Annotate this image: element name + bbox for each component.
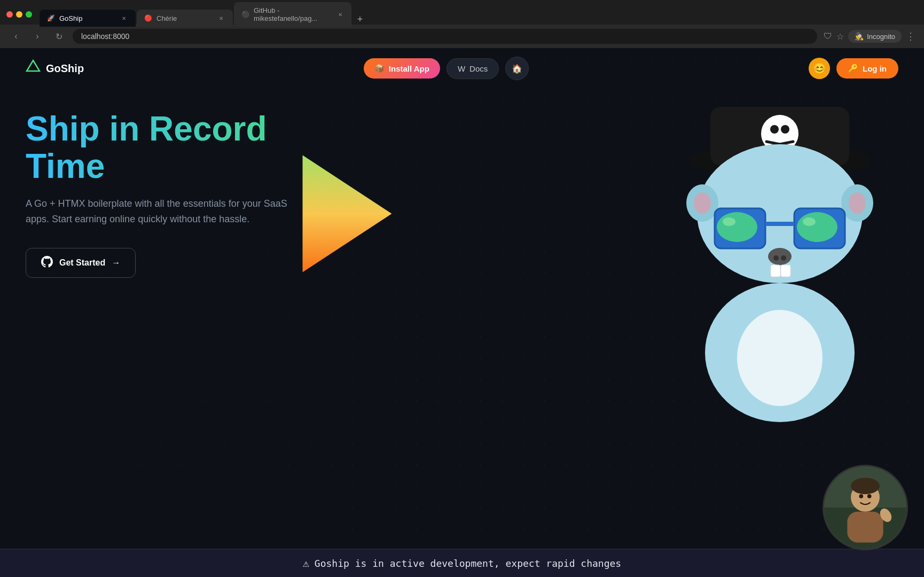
incognito-label: Incognito <box>867 33 895 41</box>
svg-point-6 <box>781 125 789 134</box>
svg-point-34 <box>867 494 872 498</box>
github-tab-close[interactable]: ✕ <box>336 10 344 19</box>
install-app-button[interactable]: 📦 Install App <box>364 58 440 79</box>
docs-icon: W <box>458 64 465 73</box>
svg-point-20 <box>803 217 816 226</box>
install-app-icon: 📦 <box>374 64 385 73</box>
address-bar-row: ‹ › ↻ localhost:8000 🛡 ☆ 🕵 Incognito ⋮ <box>0 25 924 48</box>
login-key-icon: 🔑 <box>848 64 858 73</box>
tab-goship[interactable]: 🚀 GoShip ✕ <box>40 10 136 27</box>
warning-icon: ⚠️ <box>303 557 309 570</box>
cherie-tab-close[interactable]: ✕ <box>217 14 225 22</box>
nav-center: 📦 Install App W Docs 🏠 <box>364 57 529 80</box>
video-person <box>824 466 906 549</box>
svg-point-32 <box>851 478 880 494</box>
new-tab-button[interactable]: + <box>353 12 367 27</box>
svg-point-18 <box>723 217 735 226</box>
docs-label: Docs <box>469 64 488 73</box>
tabs: 🚀 GoShip ✕ 🔴 Chérie ✕ ⚫ GitHub - mikeste… <box>40 2 863 27</box>
svg-point-21 <box>768 248 792 265</box>
address-bar[interactable]: localhost:8000 <box>73 29 817 44</box>
home-button[interactable]: 🏠 <box>505 57 529 80</box>
logo-text: GoShip <box>46 63 84 75</box>
docs-button[interactable]: W Docs <box>447 58 499 79</box>
incognito-pill: 🕵 Incognito <box>848 30 902 43</box>
address-text: localhost:8000 <box>81 32 129 41</box>
main-page: GoShip 📦 Install App W Docs 🏠 😊 🔑 Log <box>0 48 924 577</box>
user-avatar[interactable]: 😊 <box>809 58 830 79</box>
close-traffic-light[interactable] <box>6 11 13 18</box>
logo-icon <box>26 59 41 77</box>
warning-text: Goship is in active development, expect … <box>315 558 621 569</box>
goship-tab-favicon: 🚀 <box>47 14 55 22</box>
warning-bar: ⚠️ Goship is in active development, expe… <box>0 549 924 577</box>
get-started-button[interactable]: Get Started → <box>26 248 136 278</box>
tab-bar: 🚀 GoShip ✕ 🔴 Chérie ✕ ⚫ GitHub - mikeste… <box>0 0 924 25</box>
forward-button[interactable]: › <box>30 29 45 44</box>
install-app-label: Install App <box>389 64 429 73</box>
browser-nav-right: 🛡 ☆ 🕵 Incognito ⋮ <box>824 30 915 43</box>
svg-point-33 <box>859 494 863 498</box>
play-button-container[interactable] <box>278 134 417 294</box>
incognito-icon: 🕵 <box>855 32 864 41</box>
shield-icon: 🛡 <box>824 32 832 41</box>
cherie-tab-label: Chérie <box>156 14 177 22</box>
svg-point-13 <box>849 192 866 214</box>
gopher-mascot <box>668 91 892 422</box>
get-started-arrow: → <box>112 258 120 268</box>
home-icon: 🏠 <box>512 64 522 74</box>
svg-rect-24 <box>771 265 780 277</box>
tab-cherie[interactable]: 🔴 Chérie ✕ <box>137 10 233 27</box>
back-button[interactable]: ‹ <box>9 29 24 44</box>
svg-point-17 <box>717 212 757 242</box>
login-label: Log in <box>863 64 887 73</box>
login-button[interactable]: 🔑 Log in <box>836 58 898 79</box>
goship-tab-label: GoShip <box>59 14 82 22</box>
github-tab-favicon: ⚫ <box>241 11 249 18</box>
cherie-tab-favicon: 🔴 <box>144 14 152 22</box>
gopher-svg <box>668 91 892 422</box>
svg-point-23 <box>781 255 786 261</box>
navbar: GoShip 📦 Install App W Docs 🏠 😊 🔑 Log <box>0 48 924 89</box>
tab-github[interactable]: ⚫ GitHub - mikestefanello/pag... ✕ <box>234 2 351 27</box>
github-tab-label: GitHub - mikestefanello/pag... <box>254 6 332 22</box>
svg-point-27 <box>737 310 823 406</box>
get-started-label: Get Started <box>59 258 105 268</box>
refresh-button[interactable]: ↻ <box>51 29 66 44</box>
svg-marker-0 <box>27 60 40 71</box>
fullscreen-traffic-light[interactable] <box>26 11 32 18</box>
svg-point-22 <box>773 255 779 261</box>
nav-right-section: 😊 🔑 Log in <box>809 58 898 79</box>
star-icon[interactable]: ☆ <box>836 32 844 42</box>
svg-rect-16 <box>765 222 794 226</box>
menu-icon[interactable]: ⋮ <box>906 30 915 42</box>
svg-rect-25 <box>781 265 790 277</box>
browser-chrome: 🚀 GoShip ✕ 🔴 Chérie ✕ ⚫ GitHub - mikeste… <box>0 0 924 48</box>
get-started-github-icon <box>41 256 53 270</box>
hero-subtitle: A Go + HTMX boilerplate with all the ess… <box>26 196 293 227</box>
svg-rect-31 <box>847 512 883 543</box>
goship-tab-close[interactable]: ✕ <box>120 14 128 22</box>
svg-point-5 <box>770 125 779 134</box>
svg-point-11 <box>694 192 711 214</box>
logo[interactable]: GoShip <box>26 59 84 77</box>
traffic-lights <box>6 11 32 18</box>
svg-marker-1 <box>303 155 392 272</box>
svg-point-19 <box>797 212 837 242</box>
minimize-traffic-light[interactable] <box>16 11 22 18</box>
play-button-triangle[interactable] <box>288 150 406 278</box>
video-overlay <box>823 465 908 550</box>
